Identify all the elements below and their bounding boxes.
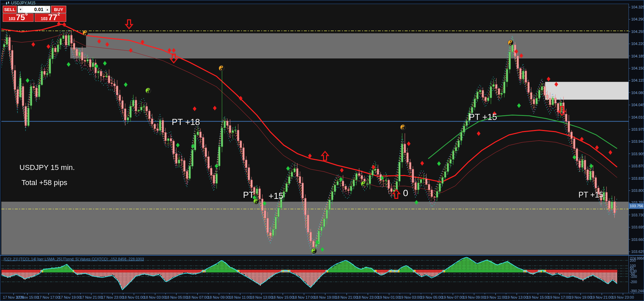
time-axis-label: 18 Nov 23:00 [357, 295, 378, 299]
chart-title-text: USDJPY,M15 [11, 1, 35, 5]
time-axis-tick [410, 293, 410, 295]
time-axis-minor-tick [251, 293, 251, 294]
buy-price-big: 77 [48, 14, 57, 21]
time-axis-minor-tick [38, 293, 38, 294]
time-axis-tick [495, 293, 496, 295]
time-axis-minor-tick [102, 293, 102, 294]
time-axis-tick [559, 293, 560, 295]
sell-price-big: 75 [16, 14, 25, 21]
time-axis-minor-tick [208, 293, 208, 294]
buy-price[interactable]: 103 77 2 [35, 13, 66, 22]
buy-price-prefix: 103 [41, 16, 48, 21]
time-axis-label: 18 Nov 17:00 [293, 295, 315, 299]
volume-dropdown-icon[interactable]: ▼ [18, 6, 23, 13]
sell-price[interactable]: 103 75 6 [3, 13, 34, 22]
price-tick-label: 104.045 [629, 103, 644, 107]
time-axis-tick [27, 293, 28, 295]
time-axis-minor-tick [378, 293, 378, 294]
time-axis-minor-tick [421, 293, 421, 294]
time-axis-tick [517, 293, 517, 295]
main-price-chart[interactable] [1, 4, 629, 255]
time-axis-label: 19 Nov 07:00 [442, 295, 464, 299]
time-axis-minor-tick [357, 293, 357, 294]
price-tick-label: 103.695 [629, 225, 644, 229]
price-tick-label: 104.185 [629, 54, 644, 58]
time-axis-tick [602, 293, 602, 295]
time-axis-tick [48, 293, 49, 295]
time-axis-label: 17 Nov 15:00 [16, 295, 38, 299]
time-axis-label: 18 Nov 11:00 [229, 295, 251, 299]
cci-indicator-label: [CCI: 21] [TCCI: 14] [per LSMA: 25] [Tre… [4, 257, 144, 261]
time-axis-minor-tick [24, 293, 25, 294]
pane-separator [0, 255, 644, 256]
time-axis-tick [432, 293, 432, 295]
time-axis-label: 18 Nov 15:00 [272, 295, 293, 299]
time-axis-minor-tick [165, 293, 166, 294]
time-axis-label: 19 Nov 21:00 [591, 295, 612, 299]
time-axis-tick [112, 293, 113, 295]
time-axis-tick [261, 293, 261, 295]
time-axis-minor-tick [229, 293, 230, 294]
time-axis-minor-tick [464, 293, 464, 294]
cci-scale-label: 200 [630, 258, 636, 262]
price-tick-label: 104.325 [629, 5, 644, 9]
time-axis-label: 18 Nov 13:00 [250, 295, 272, 299]
time-axis-label: 19 Nov 09:00 [463, 295, 485, 299]
cci-scale-label: -200 [630, 280, 637, 284]
time-axis-label: 19 Nov 19:00 [569, 295, 591, 299]
price-tick-label: 103.975 [629, 127, 644, 131]
chart-annotation: PT +15 [469, 112, 497, 122]
current-price-badge: 103.756 [629, 203, 644, 209]
time-axis-tick [176, 293, 176, 295]
time-axis-tick [347, 293, 347, 295]
price-tick-label: 104.255 [629, 30, 644, 34]
time-axis-tick [580, 293, 581, 295]
price-tick-label: 104.010 [629, 115, 644, 119]
time-axis-tick [70, 293, 70, 295]
sell-button-label: SELL [4, 7, 15, 12]
time-axis-tick [474, 293, 474, 295]
sell-price-pip: 6 [25, 10, 28, 18]
volume-box: ▼ ▲ [17, 6, 50, 13]
time-axis-tick [304, 293, 304, 295]
time-axis-minor-tick [591, 293, 591, 294]
time-axis-tick [453, 293, 453, 295]
time-axis-minor-tick [144, 293, 145, 294]
chart-title: USDJPY,M15 [6, 1, 35, 5]
time-axis-label: 17 Nov 23:00 [101, 295, 123, 299]
price-tick-label: 103.905 [629, 152, 644, 156]
chart-annotation: Total +58 pips [22, 178, 67, 187]
price-tick-label: 104.150 [629, 66, 644, 70]
time-axis-minor-tick [400, 293, 400, 294]
volume-up-icon[interactable]: ▲ [45, 6, 50, 13]
price-tick-label: 103.660 [629, 238, 644, 242]
time-axis-tick [389, 293, 389, 295]
time-axis-label: 18 Nov 01:00 [123, 295, 145, 299]
cci-scale-label: -100 [630, 274, 637, 278]
sell-button[interactable]: SELL [3, 6, 17, 13]
time-axis-tick [219, 293, 219, 295]
price-axis[interactable]: 104.325104.290104.255104.220104.185104.1… [629, 4, 644, 255]
time-axis-label: 19 Nov 15:00 [527, 295, 549, 299]
chart-annotation: USDJPY 15 min. [19, 163, 75, 172]
time-axis-tick [91, 293, 91, 295]
chart-symbol-icon [6, 1, 10, 5]
time-axis-tick [283, 293, 283, 295]
price-tick-label: 103.835 [629, 176, 644, 180]
time-axis-separator [0, 293, 644, 293]
time-axis-minor-tick [442, 293, 442, 294]
time-axis-minor-tick [506, 293, 506, 294]
price-tick-label: 104.080 [629, 91, 644, 95]
price-tick-label: 103.800 [629, 188, 644, 192]
time-axis-tick [134, 293, 134, 295]
sell-price-prefix: 103 [9, 16, 15, 21]
time-axis-label: 18 Nov 07:00 [187, 295, 208, 299]
price-tick-label: 103.940 [629, 139, 644, 143]
price-tick-label: 104.115 [629, 78, 644, 82]
cci-indicator-pane[interactable] [1, 256, 629, 293]
time-axis[interactable]: 17 Nov 202017 Nov 15:0017 Nov 17:0017 No… [1, 293, 629, 301]
time-axis-label: 19 Nov 23:00 [612, 295, 634, 299]
time-axis-label: 18 Nov 03:00 [144, 295, 166, 299]
chart-annotation: PT +18 [172, 117, 200, 127]
time-axis-minor-tick [315, 293, 315, 294]
